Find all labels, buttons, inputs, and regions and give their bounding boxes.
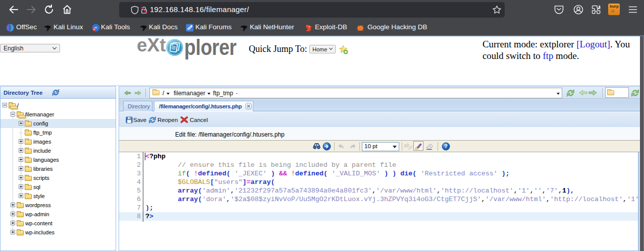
svg-text:?: ?	[444, 144, 447, 149]
